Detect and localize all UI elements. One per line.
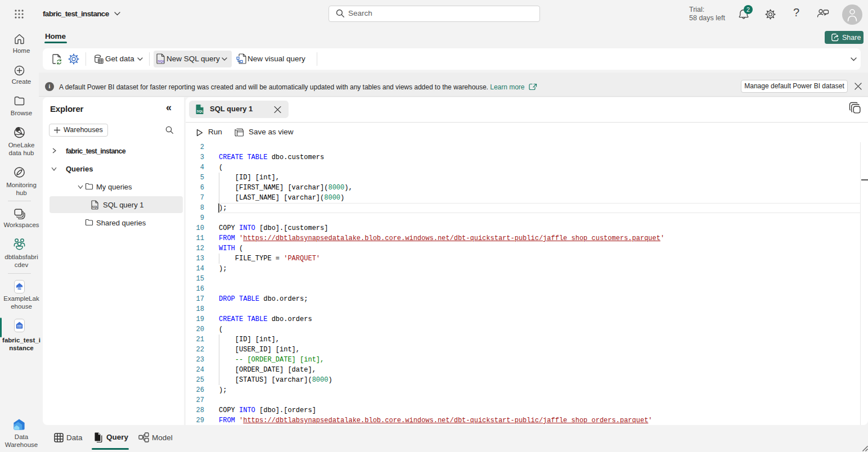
- svg-text:SQL: SQL: [197, 110, 204, 113]
- svg-text:SQL: SQL: [158, 59, 165, 63]
- svg-text:SQL: SQL: [92, 205, 98, 209]
